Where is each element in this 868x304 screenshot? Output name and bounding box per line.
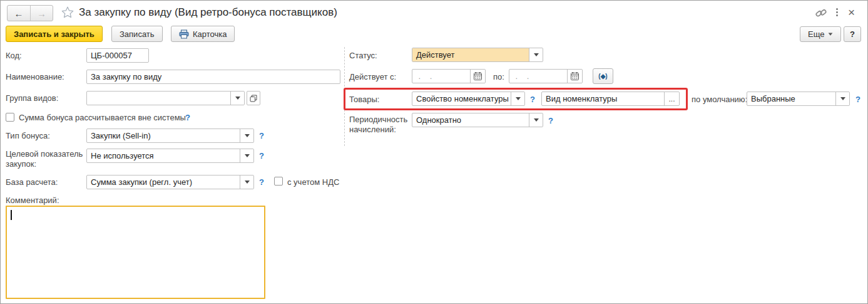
dropdown-arrow-icon (245, 134, 250, 137)
dropdown-arrow-icon (534, 53, 539, 56)
save-label: Записать (120, 29, 155, 39)
periodicity-dropdown-button[interactable] (529, 113, 543, 127)
chevron-down-icon (829, 33, 833, 35)
valid-to-label: по: (493, 72, 504, 82)
vat-checkbox[interactable] (274, 177, 283, 186)
periodicity-help-icon[interactable]: ? (548, 116, 553, 125)
goods-default-dropdown-button[interactable] (835, 92, 849, 105)
bonus-type-help-icon[interactable]: ? (259, 131, 264, 140)
goods-default-label: по умолчанию: (692, 95, 747, 105)
status-label: Статус: (349, 51, 377, 61)
text-cursor (11, 210, 12, 220)
help-button[interactable]: ? (844, 26, 861, 42)
more-dots-icon[interactable] (836, 8, 838, 16)
periodicity-field[interactable]: Однократно (412, 113, 543, 127)
target-indicator-label: Целевой показатель закупок: (6, 149, 87, 169)
forward-arrow-icon: → (37, 8, 46, 19)
help-button-label: ? (850, 29, 855, 39)
close-icon[interactable]: × (848, 6, 855, 18)
valid-from-field[interactable]: . . (412, 69, 486, 83)
form-window: ← → За закупку по виду (Вид ретро-бонуса… (0, 0, 868, 304)
goods-default-value: Выбранные (747, 92, 835, 105)
external-bonus-help-icon[interactable]: ? (185, 113, 190, 122)
group-label: Группа видов: (6, 93, 58, 103)
favorite-star-icon[interactable] (61, 6, 74, 22)
vat-label: с учетом НДС (287, 177, 339, 187)
back-button[interactable]: ← (8, 6, 30, 21)
forward-button[interactable]: → (30, 6, 53, 21)
dropdown-arrow-icon (840, 97, 845, 100)
nav-button-group: ← → (7, 5, 53, 21)
calendar-icon (571, 72, 579, 80)
calendar-icon (474, 72, 482, 80)
status-dropdown-button[interactable] (529, 48, 543, 61)
back-arrow-icon: ← (14, 8, 24, 19)
printer-icon (179, 29, 189, 39)
period-picker-button[interactable]: (◆) (593, 68, 613, 84)
valid-to-field[interactable]: . . (509, 69, 583, 83)
calc-base-value: Сумма закупки (регл. учет) (87, 176, 240, 189)
link-icon[interactable] (814, 8, 828, 21)
calc-base-help-icon[interactable]: ? (259, 177, 264, 187)
dropdown-arrow-icon (245, 181, 250, 184)
save-and-close-button[interactable]: Записать и закрыть (6, 26, 103, 42)
page-title: За закупку по виду (Вид ретро-бонуса пос… (79, 6, 337, 19)
valid-to-value: . . (509, 70, 567, 83)
open-in-window-icon (250, 95, 257, 102)
group-dropdown-button[interactable] (230, 92, 244, 105)
code-label: Код: (6, 51, 22, 61)
valid-from-value: . . (412, 70, 470, 83)
group-field[interactable] (86, 91, 245, 105)
card-label: Карточка (193, 29, 227, 39)
valid-from-label: Действует с: (349, 72, 396, 82)
valid-from-calendar-button[interactable] (470, 70, 485, 83)
dropdown-arrow-icon (534, 118, 539, 122)
comment-label: Комментарий: (6, 196, 59, 206)
more-label: Еще (808, 29, 824, 39)
target-indicator-value: Не используется (87, 149, 240, 162)
goods-kind-value: Свойство номенклатуры (412, 92, 511, 105)
target-indicator-field[interactable]: Не используется (86, 149, 254, 163)
name-label: Наименование: (6, 72, 64, 82)
valid-to-calendar-button[interactable] (567, 70, 582, 83)
status-value: Действует (412, 48, 529, 61)
bonus-type-value: Закупки (Sell-in) (87, 129, 240, 142)
group-open-button[interactable] (247, 91, 260, 105)
goods-label: Товары: (349, 95, 379, 105)
bonus-type-dropdown-button[interactable] (240, 129, 253, 142)
calc-base-field[interactable]: Сумма закупки (регл. учет) (86, 175, 254, 189)
periodicity-value: Однократно (412, 113, 529, 127)
goods-default-help-icon[interactable]: ? (855, 95, 860, 104)
dropdown-arrow-icon (235, 97, 240, 100)
goods-choose-button[interactable]: ... (664, 92, 679, 105)
group-value (87, 92, 230, 105)
code-value: ЦБ-000057 (87, 49, 148, 62)
code-field[interactable]: ЦБ-000057 (86, 48, 149, 63)
dropdown-arrow-icon (245, 154, 250, 157)
comment-textarea[interactable] (6, 206, 265, 299)
dropdown-arrow-icon (516, 97, 521, 100)
name-field[interactable]: За закупку по виду (86, 70, 340, 84)
goods-kind-dropdown-button[interactable] (511, 92, 524, 105)
target-indicator-help-icon[interactable]: ? (259, 151, 264, 160)
periodicity-label: Периодичность начислений: (349, 115, 414, 135)
target-indicator-dropdown-button[interactable] (240, 149, 253, 162)
goods-help-icon[interactable]: ? (530, 95, 535, 104)
period-picker-icon: (◆) (598, 73, 607, 80)
save-button[interactable]: Записать (111, 26, 163, 42)
status-field[interactable]: Действует (412, 48, 543, 62)
goods-kind-field[interactable]: Свойство номенклатуры (412, 92, 525, 106)
save-and-close-label: Записать и закрыть (14, 29, 94, 39)
goods-value-field[interactable]: Вид номенклатуры ... (541, 92, 680, 106)
column-separator (344, 47, 345, 146)
card-button[interactable]: Карточка (171, 26, 235, 42)
bonus-type-field[interactable]: Закупки (Sell-in) (86, 128, 254, 143)
goods-default-field[interactable]: Выбранные (747, 92, 850, 106)
external-bonus-label: Сумма бонуса рассчитывается вне системы (19, 113, 186, 123)
external-bonus-checkbox[interactable] (6, 113, 14, 122)
calc-base-dropdown-button[interactable] (240, 176, 253, 189)
more-button[interactable]: Еще (800, 26, 841, 42)
goods-value: Вид номенклатуры (542, 92, 664, 105)
bonus-type-label: Тип бонуса: (6, 131, 50, 141)
calc-base-label: База расчета: (6, 177, 58, 187)
